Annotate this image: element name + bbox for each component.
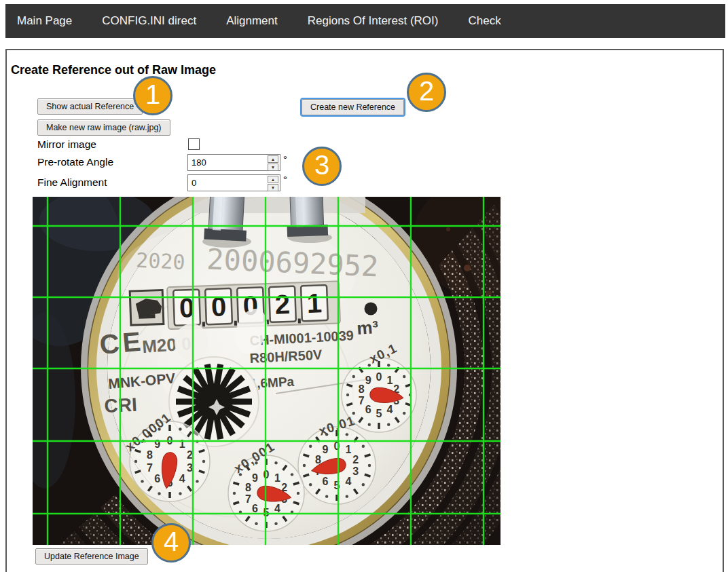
svg-text:4: 4 [274, 503, 280, 514]
svg-text:7: 7 [147, 462, 153, 474]
svg-text:6: 6 [365, 404, 371, 415]
fine-alignment-spinner: ▲ ▼ [268, 176, 278, 190]
tap-icon [130, 290, 164, 325]
svg-text:8: 8 [315, 454, 321, 465]
prerotate-angle-value: 180 [192, 157, 206, 168]
nav-item-main-page[interactable]: Main Page [17, 14, 72, 28]
svg-text:9: 9 [323, 444, 329, 455]
page-title: Create Reference out of Raw Image [11, 63, 216, 77]
spin-up-icon[interactable]: ▲ [268, 176, 278, 183]
update-reference-image-button[interactable]: Update Reference Image [35, 548, 148, 565]
svg-text:8: 8 [147, 449, 153, 461]
svg-text:4: 4 [179, 473, 185, 484]
water-meter-photo: 2020 2000692952 0 0 0 2 1 m³ CE M20 0 [33, 197, 500, 545]
svg-text:5: 5 [376, 408, 382, 419]
svg-text:1: 1 [274, 472, 280, 484]
spin-down-icon[interactable]: ▼ [268, 184, 278, 191]
callout-1: 1 [133, 76, 172, 115]
odometer-digit: 2 [274, 289, 291, 320]
fine-alignment-degree-symbol: ° [283, 174, 287, 185]
top-navbar: Main Page CONFIG.INI direct Alignment Re… [5, 4, 725, 38]
make-new-raw-image-button[interactable]: Make new raw image (raw.jpg) [37, 119, 170, 136]
svg-text:0: 0 [376, 371, 382, 383]
svg-text:7: 7 [245, 493, 251, 505]
svg-text:3: 3 [187, 462, 193, 474]
svg-text:8: 8 [359, 383, 365, 395]
odometer-digit: 0 [211, 291, 227, 322]
svg-text:8: 8 [245, 482, 251, 493]
nav-item-check[interactable]: Check [468, 14, 500, 28]
create-new-reference-button[interactable]: Create new Reference [302, 99, 404, 115]
nav-item-config-ini[interactable]: CONFIG.INI direct [102, 14, 196, 28]
prerotate-angle-label: Pre-rotate Angle [37, 156, 113, 168]
prerotate-degree-symbol: ° [283, 153, 287, 165]
svg-text:4: 4 [386, 404, 393, 415]
svg-text:6: 6 [252, 503, 258, 514]
spin-down-icon[interactable]: ▼ [268, 164, 278, 171]
svg-text:1: 1 [386, 375, 393, 386]
spin-up-icon[interactable]: ▲ [268, 155, 278, 163]
pulse-dot [365, 303, 378, 316]
fine-alignment-value: 0 [192, 178, 196, 188]
svg-text:2020: 2020 [136, 248, 186, 274]
mirror-image-checkbox[interactable] [188, 138, 200, 150]
prerotate-angle-input[interactable]: 180 ▲ ▼ [187, 154, 280, 171]
svg-text:9: 9 [365, 375, 371, 386]
svg-text:7: 7 [359, 395, 365, 406]
callout-2: 2 [407, 73, 446, 112]
prerotate-spinner: ▲ ▼ [268, 155, 278, 170]
svg-text:4: 4 [346, 476, 352, 487]
mirror-image-label: Mirror image [37, 138, 96, 151]
svg-text:2: 2 [352, 454, 359, 465]
svg-text:6: 6 [323, 476, 329, 487]
svg-text:1: 1 [346, 444, 352, 455]
callout-4: 4 [151, 523, 191, 563]
svg-text:9: 9 [252, 472, 258, 484]
fine-alignment-input[interactable]: 0 ▲ ▼ [187, 174, 280, 191]
show-actual-reference-button[interactable]: Show actual Reference [37, 98, 143, 115]
nav-item-alignment[interactable]: Alignment [226, 14, 278, 28]
nav-item-roi[interactable]: Regions Of Interest (ROI) [308, 14, 439, 28]
svg-text:6: 6 [154, 473, 160, 484]
fine-alignment-label: Fine Alignment [37, 176, 107, 189]
reference-image: 2020 2000692952 0 0 0 2 1 m³ CE M20 0 [33, 197, 500, 545]
callout-3: 3 [302, 147, 342, 186]
svg-text:CE: CE [98, 326, 145, 360]
svg-text:3: 3 [352, 465, 359, 477]
odometer-digit: 1 [306, 288, 323, 318]
svg-text:2: 2 [187, 449, 193, 461]
unit-label: m³ [356, 317, 379, 339]
